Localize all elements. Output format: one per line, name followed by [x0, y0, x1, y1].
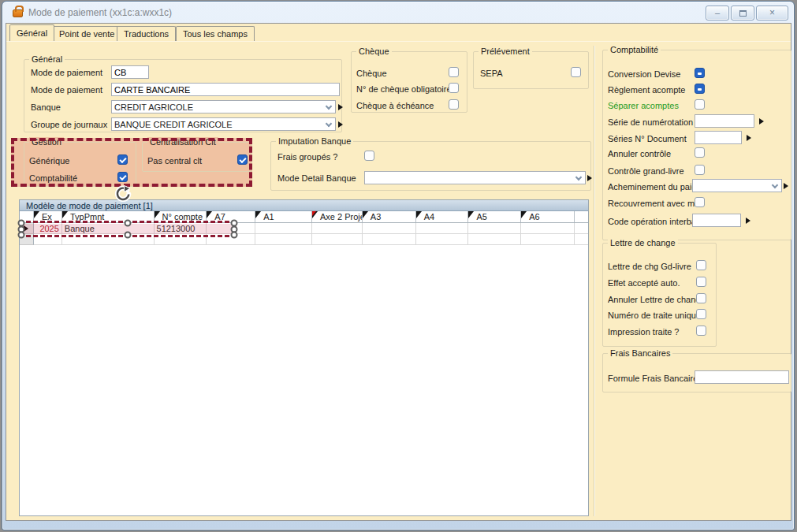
controle-grand-livre-label: Contrôle grand-livre [608, 166, 684, 176]
column-header-a4[interactable]: A4 [416, 211, 469, 222]
acheminement-marker-icon[interactable] [784, 183, 788, 189]
column-filter-icon[interactable] [468, 211, 474, 218]
minimize-button[interactable]: – [706, 6, 729, 20]
generique-checkbox[interactable] [117, 154, 128, 165]
code-operation-marker-icon[interactable] [746, 218, 750, 224]
group-imputation-title: Imputation Banque [276, 136, 353, 146]
lettre-chg-gd-livre-checkbox[interactable] [696, 260, 706, 270]
frais-groupes-label: Frais groupés ? [277, 152, 337, 162]
row-selector-cell[interactable] [20, 223, 34, 234]
column-filter-icon[interactable] [155, 211, 160, 218]
mode-paiement-code-label: Mode de paiement [31, 68, 102, 77]
groupe-journaux-zoom-marker-icon[interactable] [338, 121, 343, 128]
sepa-checkbox[interactable] [571, 67, 581, 77]
titlebar[interactable]: Mode de paiement (xx1c:a:wxx1c) – × [2, 2, 794, 23]
group-prelevement: Prélévement SEPA [473, 51, 589, 89]
chevron-down-icon [575, 174, 582, 180]
column-filter-icon[interactable] [521, 211, 527, 218]
column-header-a3[interactable]: A3 [363, 211, 416, 222]
close-icon: × [769, 7, 775, 18]
mode-paiement-code-input[interactable] [111, 65, 149, 79]
column-header-a1[interactable]: A1 [255, 211, 312, 222]
frais-groupes-checkbox[interactable] [364, 151, 374, 161]
cell-a3[interactable] [363, 223, 416, 234]
cell-ex[interactable]: 2025 [34, 223, 62, 234]
formule-frais-bancaire-input[interactable] [695, 370, 789, 384]
annuler-lettre-change-checkbox[interactable] [696, 293, 706, 303]
num-cheque-obligatoire-checkbox[interactable] [449, 83, 459, 93]
recouvrement-checkbox[interactable] [695, 197, 705, 207]
column-header-ex[interactable]: Ex [34, 211, 62, 222]
close-button[interactable]: × [756, 6, 788, 20]
banque-select[interactable]: CREDIT AGRICOLE [111, 100, 336, 113]
separer-acomptes-checkbox[interactable] [695, 99, 705, 110]
conversion-devise-checkbox[interactable] [695, 68, 705, 78]
pas-central-clt-checkbox[interactable] [237, 154, 248, 165]
grid-header-row: Ex TypPmnt N° compte A7 A1 Axe 2 Projet … [20, 211, 588, 223]
cell-a7[interactable] [207, 223, 255, 234]
cell-a6[interactable] [521, 223, 575, 234]
mode-paiement-libelle-label: Mode de paiement [31, 85, 102, 95]
cheque-checkbox[interactable] [449, 67, 459, 77]
column-header-no-compte[interactable]: N° compte [155, 211, 207, 222]
series-num-document-marker-icon[interactable] [747, 135, 751, 141]
code-operation-interbancaire-input[interactable] [692, 214, 741, 227]
tab-tous-les-champs[interactable]: Tous les champs [176, 26, 255, 41]
tab-general[interactable]: Général [9, 24, 54, 41]
serie-numerotation-input[interactable] [695, 114, 754, 128]
column-filter-icon[interactable] [363, 211, 368, 218]
row-selector-cell[interactable] [20, 234, 34, 245]
controle-grand-livre-checkbox[interactable] [695, 165, 705, 175]
column-header-typpmnt[interactable]: TypPmnt [62, 211, 155, 222]
cell-a4[interactable] [416, 223, 469, 234]
impression-traite-checkbox[interactable] [696, 326, 706, 336]
payment-model-grid: Modèle de mode de paiement [1] Ex TypPmn… [19, 199, 589, 516]
cell-axe2-projet[interactable] [312, 223, 363, 234]
column-header-a7[interactable]: A7 [207, 211, 255, 222]
reglement-acompte-checkbox[interactable] [695, 84, 705, 94]
column-filter-icon[interactable] [416, 211, 422, 218]
comptabilite-checkbox[interactable] [117, 172, 128, 182]
maximize-button[interactable] [731, 6, 754, 20]
tab-traductions[interactable]: Traductions [117, 26, 176, 41]
acheminement-paiement-select[interactable] [692, 179, 782, 192]
series-num-document-label: Séries N° Document [608, 134, 687, 143]
banque-zoom-marker-icon[interactable] [338, 104, 343, 110]
tab-point-de-vente[interactable]: Point de vente [52, 26, 121, 41]
reglement-acompte-label: Règlement acompte [608, 85, 685, 95]
minimize-icon: – [715, 8, 720, 17]
mode-detail-zoom-marker-icon[interactable] [587, 175, 592, 181]
table-row[interactable]: 2025 Banque 51213000 [20, 223, 588, 234]
numero-traite-unique-checkbox[interactable] [696, 309, 706, 319]
cell-no-compte[interactable]: 51213000 [155, 223, 207, 234]
chevron-down-icon [772, 182, 778, 188]
num-cheque-obligatoire-label: N° de chèque obligatoire [356, 84, 449, 94]
cheque-echeance-checkbox[interactable] [449, 99, 459, 110]
grid-title-bar: Modèle de mode de paiement [1] [20, 200, 588, 211]
cell-typpmnt[interactable]: Banque [62, 223, 155, 234]
effet-accepte-auto-label: Effet accepté auto. [608, 278, 680, 288]
column-filter-icon[interactable] [34, 211, 39, 218]
group-cheque-title: Chèque [356, 47, 392, 56]
lock-icon [13, 9, 23, 17]
effet-accepte-auto-checkbox[interactable] [696, 277, 706, 287]
mode-detail-banque-select[interactable] [364, 171, 586, 184]
annuler-controle-label: Annuler contrôle [608, 149, 671, 158]
formule-frais-bancaire-label: Formule Frais Bancaire [608, 374, 698, 383]
cell-a1[interactable] [255, 223, 312, 234]
column-filter-icon[interactable] [207, 211, 212, 218]
serie-numerotation-marker-icon[interactable] [759, 118, 764, 125]
column-filter-icon[interactable] [255, 211, 261, 218]
series-num-document-input[interactable] [695, 131, 742, 144]
column-header-axe2-projet[interactable]: Axe 2 Projet [312, 211, 363, 222]
annotation-rotate-icon[interactable] [114, 184, 132, 203]
annuler-controle-checkbox[interactable] [695, 147, 705, 158]
column-filter-active-icon[interactable] [312, 211, 316, 216]
groupe-journaux-select[interactable]: BANQUE CREDIT AGRICOLE [111, 117, 336, 131]
column-header-a6[interactable]: A6 [521, 211, 575, 222]
column-header-a5[interactable]: A5 [468, 211, 521, 222]
column-filter-icon[interactable] [62, 211, 68, 218]
cell-a5[interactable] [468, 223, 521, 234]
mode-paiement-libelle-input[interactable] [111, 83, 340, 96]
table-row-empty[interactable] [20, 234, 588, 245]
